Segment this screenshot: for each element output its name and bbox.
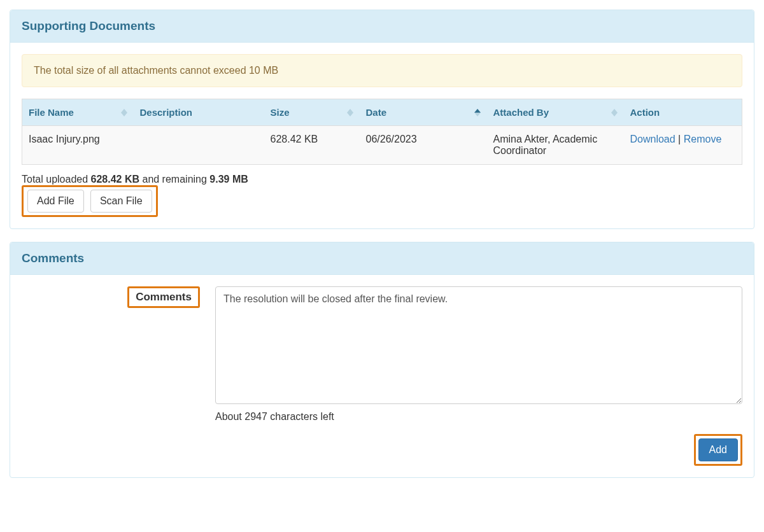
supporting-documents-body: The total size of all attachments cannot…: [10, 43, 754, 228]
svg-marker-3: [347, 113, 353, 116]
remaining-size: 9.39 MB: [209, 174, 248, 185]
sort-icon: [611, 109, 618, 116]
add-button[interactable]: Add: [698, 438, 738, 461]
column-label: Action: [630, 107, 660, 118]
svg-marker-7: [611, 113, 618, 116]
cell-attached-by: Amina Akter, Academic Coordinator: [487, 126, 624, 165]
cell-action: Download | Remove: [624, 126, 742, 165]
supporting-documents-header: Supporting Documents: [10, 10, 754, 43]
comments-label: Comments: [127, 286, 200, 308]
column-label: Attached By: [493, 107, 549, 118]
download-link[interactable]: Download: [630, 134, 676, 144]
column-header-attached-by[interactable]: Attached By: [487, 99, 624, 126]
comments-header: Comments: [10, 242, 754, 275]
sort-icon: [474, 109, 481, 116]
svg-marker-1: [121, 113, 127, 116]
column-header-date[interactable]: Date: [360, 99, 487, 126]
column-header-description[interactable]: Description: [134, 99, 264, 126]
file-buttons-highlight: Add File Scan File: [22, 185, 158, 217]
column-label: Size: [271, 107, 290, 118]
remove-link[interactable]: Remove: [684, 134, 722, 144]
pipe-separator: |: [676, 134, 684, 144]
sort-icon: [347, 109, 353, 116]
supporting-documents-title: Supporting Documents: [22, 19, 742, 33]
comments-label-wrap: Comments: [22, 286, 200, 308]
table-row: Isaac Injury.png 628.42 KB 06/26/2023 Am…: [22, 126, 742, 165]
cell-description: [134, 126, 264, 165]
supporting-documents-panel: Supporting Documents The total size of a…: [10, 10, 754, 229]
cell-size: 628.42 KB: [264, 126, 360, 165]
column-header-size[interactable]: Size: [264, 99, 360, 126]
sort-icon: [121, 109, 127, 116]
upload-summary: Total uploaded 628.42 KB and remaining 9…: [22, 174, 742, 185]
comments-panel: Comments Comments About 2947 characters …: [10, 242, 754, 478]
add-button-highlight: Add: [694, 434, 742, 466]
column-label: Description: [140, 107, 193, 118]
comments-textarea[interactable]: [215, 286, 742, 404]
attachments-table: File Name Description: [22, 99, 742, 165]
column-header-action: Action: [624, 99, 742, 126]
attachment-size-alert: The total size of all attachments cannot…: [22, 54, 742, 87]
cell-date: 06/26/2023: [360, 126, 487, 165]
comments-body: Comments About 2947 characters left Add: [10, 275, 754, 477]
characters-left: About 2947 characters left: [215, 411, 742, 423]
column-label: File Name: [29, 107, 74, 118]
column-label: Date: [366, 107, 387, 118]
scan-file-button[interactable]: Scan File: [90, 190, 152, 213]
comments-title: Comments: [22, 251, 742, 265]
svg-marker-5: [474, 113, 481, 116]
uploaded-size: 628.42 KB: [91, 174, 140, 185]
column-header-filename[interactable]: File Name: [22, 99, 134, 126]
cell-filename: Isaac Injury.png: [22, 126, 134, 165]
add-file-button[interactable]: Add File: [27, 190, 84, 213]
